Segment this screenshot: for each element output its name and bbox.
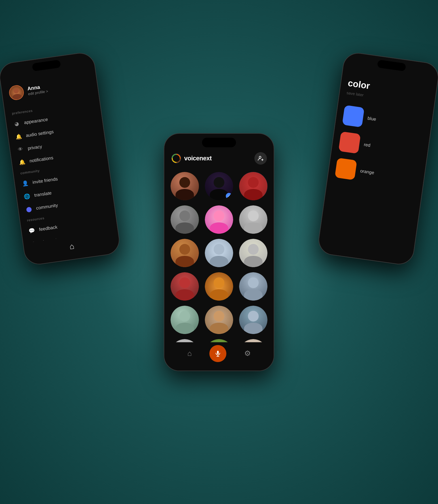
translate-label: translate [34, 190, 52, 198]
audio-icon: 🔔 [15, 133, 22, 140]
user-avatar-10[interactable] [171, 272, 199, 301]
invite-icon: 👤 [22, 180, 29, 187]
user-avatar-7[interactable] [171, 239, 199, 267]
person-head [13, 88, 19, 94]
user-grid: ✓ [164, 169, 274, 370]
avatar-image [171, 272, 199, 301]
color-swatch-orange [335, 158, 357, 180]
avatar-image [239, 205, 267, 234]
profile-info: Anna edit profile > [27, 83, 48, 96]
color-swatch-blue [342, 105, 364, 127]
privacy-label: privacy [27, 144, 42, 151]
add-friend-button[interactable] [254, 152, 267, 165]
color-picker-screen: color save later blue red orange [328, 52, 438, 193]
user-avatar-2[interactable]: ✓ [205, 172, 233, 200]
notifications-label: notifications [29, 155, 54, 164]
color-name-orange: orange [360, 169, 375, 176]
bottom-navigation: ⌂ ⚙ [164, 342, 274, 371]
avatar-image [205, 306, 233, 334]
user-avatar-6[interactable] [239, 205, 267, 234]
avatar-image [9, 85, 24, 100]
user-avatar-8[interactable] [205, 239, 233, 267]
center-phone-screen: voicenext [164, 134, 274, 371]
user-avatar-11[interactable] [205, 272, 233, 301]
translate-icon: 🌐 [23, 193, 31, 200]
home-icon[interactable]: ⌂ [69, 242, 75, 251]
left-phone: Anna edit profile > preferences ◕ appear… [0, 51, 121, 266]
avatar [8, 84, 25, 101]
community-icon: ⬤ [25, 206, 33, 213]
right-phone: color save later blue red orange [317, 51, 438, 266]
invite-label: invite friends [32, 176, 58, 185]
avatar-image [239, 239, 267, 267]
dynamic-island-center [202, 138, 236, 147]
user-avatar-4[interactable] [171, 205, 199, 234]
avatar-image [239, 272, 267, 301]
appearance-icon: ◕ [13, 120, 21, 127]
user-avatar-15[interactable] [239, 306, 267, 334]
center-phone: voicenext [164, 133, 274, 371]
audio-label: audio settings [25, 129, 54, 138]
avatar-image [171, 205, 199, 234]
avatar-image [205, 205, 233, 234]
user-avatar-1[interactable] [171, 172, 199, 200]
avatar-image [239, 306, 267, 334]
svg-rect-2 [217, 351, 219, 354]
user-avatar-3[interactable] [239, 172, 267, 200]
avatar-image [171, 306, 199, 334]
left-phone-screen: Anna edit profile > preferences ◕ appear… [0, 52, 121, 266]
user-avatar-12[interactable] [239, 272, 267, 301]
avatar-image [239, 172, 267, 200]
color-swatch-red [338, 131, 361, 154]
home-button[interactable]: ⌂ [187, 349, 192, 358]
person-body [12, 93, 22, 100]
notifications-icon: 🔔 [18, 159, 26, 166]
user-avatar-13[interactable] [171, 306, 199, 334]
settings-button[interactable]: ⚙ [244, 349, 251, 358]
svg-point-1 [259, 156, 261, 158]
privacy-icon: 👁 [17, 146, 24, 153]
community-label: community [36, 203, 58, 211]
user-avatar-9[interactable] [239, 239, 267, 267]
feedback-label: feedback [39, 224, 58, 232]
logo-icon [171, 153, 181, 163]
app-name: voicenext [184, 155, 212, 162]
avatar-image [171, 172, 199, 200]
feedback-icon: 💬 [28, 227, 36, 234]
svg-point-0 [172, 154, 181, 163]
user-avatar-5[interactable] [205, 205, 233, 234]
right-phone-screen: color save later blue red orange [317, 52, 438, 266]
microphone-icon [214, 350, 221, 357]
avatar-image [205, 239, 233, 267]
color-name-red: red [363, 142, 371, 148]
appearance-label: appearance [24, 117, 48, 125]
color-name-blue: blue [367, 116, 376, 122]
logo-area: voicenext [171, 153, 212, 163]
microphone-button[interactable] [209, 345, 226, 362]
avatar-image [171, 239, 199, 267]
avatar-image [205, 272, 233, 301]
add-friend-icon [258, 155, 264, 161]
check-badge: ✓ [226, 193, 232, 199]
user-avatar-14[interactable] [205, 306, 233, 334]
